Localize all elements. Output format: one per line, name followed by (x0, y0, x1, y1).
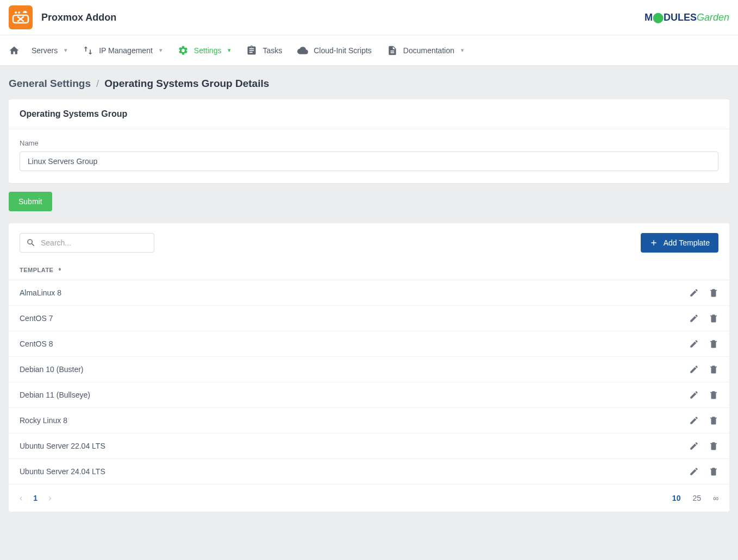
template-name: CentOS 7 (20, 314, 689, 323)
edit-icon[interactable] (689, 313, 699, 323)
gear-icon (178, 45, 189, 56)
breadcrumb-current: Operating Systems Group Details (104, 78, 269, 90)
chevron-down-icon: ▾ (159, 47, 162, 54)
template-name: Debian 10 (Buster) (20, 365, 689, 374)
delete-icon[interactable] (709, 467, 718, 476)
template-table-card: Add Template TEMPLATE AlmaLinux 8CentOS … (9, 223, 729, 512)
page-size-25[interactable]: 25 (692, 494, 701, 502)
edit-icon[interactable] (689, 288, 699, 298)
table-row: Debian 10 (Buster) (9, 357, 729, 382)
cloud-icon (297, 45, 308, 56)
row-actions (689, 339, 718, 349)
app-title: Proxmox Addon (41, 12, 116, 23)
table-header: TEMPLATE (9, 260, 729, 280)
nav-ip-management[interactable]: IP Management ▾ (75, 35, 170, 65)
row-actions (689, 390, 718, 400)
app-logo (9, 5, 33, 29)
search-input[interactable] (20, 233, 154, 253)
page-size-10[interactable]: 10 (672, 494, 681, 502)
swap-icon (83, 45, 93, 56)
edit-icon[interactable] (689, 339, 699, 349)
document-icon (387, 45, 398, 56)
table-footer: ‹ 1 › 10 25 ∞ (9, 485, 729, 512)
svg-point-0 (15, 11, 17, 14)
page-next[interactable]: › (48, 493, 51, 503)
chevron-down-icon: ▾ (461, 47, 464, 54)
os-group-card: Operating Systems Group Name (9, 99, 729, 183)
table-row: Ubuntu Server 24.04 LTS (9, 459, 729, 485)
card-title: Operating Systems Group (9, 99, 729, 129)
plus-icon (649, 238, 658, 247)
submit-button[interactable]: Submit (9, 192, 52, 211)
table-body: AlmaLinux 8CentOS 7CentOS 8Debian 10 (Bu… (9, 280, 729, 485)
row-actions (689, 441, 718, 451)
edit-icon[interactable] (689, 390, 699, 400)
table-row: CentOS 8 (9, 331, 729, 357)
template-name: AlmaLinux 8 (20, 288, 689, 297)
search-icon (26, 238, 36, 248)
app-header: Proxmox Addon M⬤DULESGarden (0, 0, 738, 35)
chevron-down-icon: ▾ (64, 47, 67, 54)
nav-tasks[interactable]: Tasks (239, 35, 290, 65)
template-name: Ubuntu Server 24.04 LTS (20, 467, 689, 476)
template-name: Rocky Linux 8 (20, 416, 689, 425)
edit-icon[interactable] (689, 441, 699, 451)
brand-logo: M⬤DULESGarden (645, 11, 729, 23)
edit-icon[interactable] (689, 364, 699, 374)
svg-point-1 (18, 11, 20, 14)
breadcrumb-separator: / (96, 78, 99, 90)
home-icon[interactable] (9, 45, 20, 56)
edit-icon[interactable] (689, 467, 699, 476)
template-name: Debian 11 (Bullseye) (20, 391, 689, 399)
template-name: CentOS 8 (20, 339, 689, 348)
breadcrumb: General Settings / Operating Systems Gro… (0, 66, 738, 99)
main-nav: Servers ▾ IP Management ▾ Settings ▾ Tas… (0, 35, 738, 66)
name-label: Name (20, 139, 718, 147)
sort-asc-icon (57, 267, 63, 273)
table-row: Ubuntu Server 22.04 LTS (9, 433, 729, 459)
nav-documentation[interactable]: Documentation ▾ (379, 35, 472, 65)
page-size-infinite[interactable]: ∞ (713, 494, 718, 502)
delete-icon[interactable] (709, 390, 718, 400)
nav-cloud-init[interactable]: Cloud-Init Scripts (290, 35, 379, 65)
clipboard-icon (246, 45, 257, 56)
row-actions (689, 416, 718, 425)
row-actions (689, 467, 718, 476)
add-template-button[interactable]: Add Template (641, 233, 718, 253)
template-name: Ubuntu Server 22.04 LTS (20, 442, 689, 450)
table-row: Rocky Linux 8 (9, 408, 729, 433)
table-row: AlmaLinux 8 (9, 280, 729, 306)
chevron-down-icon: ▾ (228, 47, 231, 54)
delete-icon[interactable] (709, 416, 718, 425)
proxmox-icon (12, 9, 29, 26)
page-prev[interactable]: ‹ (20, 493, 22, 503)
row-actions (689, 288, 718, 298)
table-row: CentOS 7 (9, 306, 729, 331)
nav-settings[interactable]: Settings ▾ (170, 35, 239, 65)
page-number[interactable]: 1 (33, 494, 37, 502)
name-input[interactable] (20, 152, 718, 171)
edit-icon[interactable] (689, 416, 699, 425)
delete-icon[interactable] (709, 313, 718, 323)
breadcrumb-parent[interactable]: General Settings (9, 78, 91, 90)
row-actions (689, 313, 718, 323)
pagination: ‹ 1 › (20, 493, 51, 503)
page-sizes: 10 25 ∞ (672, 494, 718, 502)
delete-icon[interactable] (709, 441, 718, 451)
nav-servers[interactable]: Servers ▾ (24, 35, 75, 65)
delete-icon[interactable] (709, 364, 718, 374)
table-row: Debian 11 (Bullseye) (9, 382, 729, 408)
col-template[interactable]: TEMPLATE (20, 267, 63, 273)
delete-icon[interactable] (709, 288, 718, 298)
delete-icon[interactable] (709, 339, 718, 349)
row-actions (689, 364, 718, 374)
search-wrap (20, 233, 154, 253)
